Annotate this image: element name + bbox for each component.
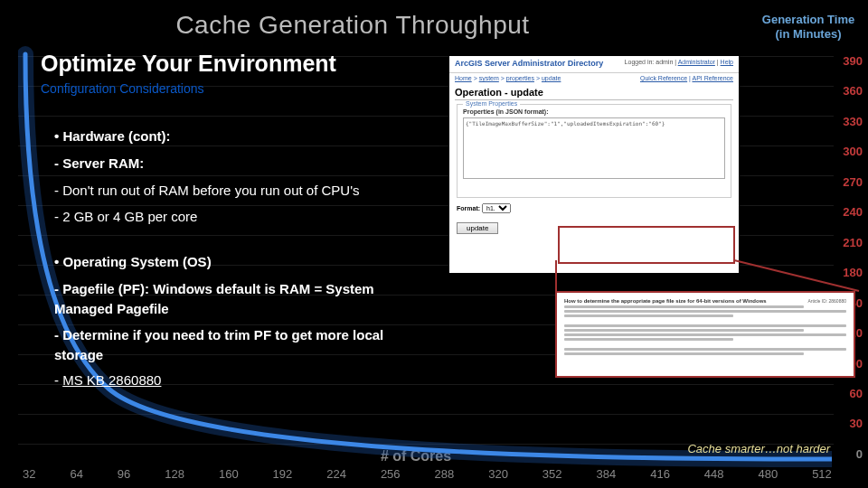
x-tick: 160 xyxy=(219,467,239,481)
kb-article-id: Article ID: 2860880 xyxy=(807,298,846,304)
x-tick: 192 xyxy=(273,467,293,481)
chart-title: Cache Generation Throughput xyxy=(0,11,705,40)
x-tick: 256 xyxy=(381,467,401,481)
svg-line-1 xyxy=(734,260,859,291)
x-tick: 96 xyxy=(118,467,130,481)
admin-operation-title: Operation - update xyxy=(449,83,739,99)
chart-x-axis: 32 64 96 128 160 192 224 256 288 320 352… xyxy=(23,467,832,481)
admin-field-label: Properties (in JSON format): xyxy=(463,108,725,115)
x-tick: 512 xyxy=(812,467,832,481)
y-tick: 60 xyxy=(850,387,863,400)
chart-y-axis: 390 360 330 300 270 240 210 180 150 120 … xyxy=(843,54,863,461)
slide-heading: Optimize Your Environment xyxy=(41,51,336,77)
bullet-ram-2: 2 GB or 4 GB per core xyxy=(54,207,434,227)
bullet-server-ram: Server RAM: Don't run out of RAM before … xyxy=(54,154,434,227)
bullet-pagefile: Pagefile (PF): Windows default is RAM = … xyxy=(54,279,434,319)
admin-format-select[interactable]: h1. xyxy=(482,203,511,213)
bullet-trim-pf: Determine if you need to trim PF to get … xyxy=(54,325,434,389)
slide-subheading: Configuration Considerations xyxy=(41,81,204,96)
admin-format-row: Format: h1. xyxy=(457,203,731,213)
y-tick: 240 xyxy=(843,205,863,219)
x-tick: 64 xyxy=(70,467,82,481)
y-tick: 0 xyxy=(856,447,863,461)
x-tick: 352 xyxy=(542,467,562,481)
x-tick: 128 xyxy=(165,467,184,481)
admin-update-button[interactable]: update xyxy=(457,222,498,234)
y-tick: 360 xyxy=(843,84,863,98)
slide-body: Hardware (cont): Server RAM: Don't run o… xyxy=(54,127,434,407)
x-tick: 384 xyxy=(597,467,617,481)
y-tick: 390 xyxy=(843,54,863,68)
x-tick: 224 xyxy=(326,467,346,481)
admin-section-title: System Properties xyxy=(463,100,520,107)
admin-product-title: ArcGIS Server Administrator Directory xyxy=(455,59,603,68)
x-tick: 32 xyxy=(23,467,35,481)
x-tick: 416 xyxy=(650,467,670,481)
kb-title: How to determine the appropriate page fi… xyxy=(564,298,767,304)
tagline-text: Cache smarter…not harder xyxy=(687,442,830,455)
admin-ref-links: Quick Reference | API Reference xyxy=(640,75,733,81)
y-tick: 30 xyxy=(850,417,863,430)
x-tick: 480 xyxy=(758,467,778,481)
slide-root: Cache Generation Throughput Generation T… xyxy=(0,0,868,488)
bullet-os: Operating System (OS) Pagefile (PF): Win… xyxy=(54,252,434,390)
admin-breadcrumb: Home > system > properties > update xyxy=(455,75,561,81)
kb-article-zoom: How to determine the appropriate page fi… xyxy=(555,291,855,378)
ms-kb-link[interactable]: MS KB 2860880 xyxy=(62,372,161,388)
x-tick: 448 xyxy=(704,467,724,481)
admin-properties-textarea[interactable]: {"TileImageMaxBufferSize":"1","uploadedI… xyxy=(463,117,725,179)
admin-directory-screenshot: ArcGIS Server Administrator Directory Lo… xyxy=(449,56,739,273)
y-tick: 180 xyxy=(843,266,863,279)
y-tick: 330 xyxy=(843,115,863,128)
y-tick: 270 xyxy=(843,175,863,189)
chart-y-title: Generation Time (in Minutes) xyxy=(754,13,863,41)
bullet-hardware: Hardware (cont): Server RAM: Don't run o… xyxy=(54,127,434,227)
x-tick: 288 xyxy=(435,467,455,481)
bullet-ram-1: Don't run out of RAM before you run out … xyxy=(54,181,434,201)
y-tick: 210 xyxy=(843,236,863,249)
y-tick: 300 xyxy=(843,145,863,158)
admin-login-status: Logged in: admin | Administrator | Help xyxy=(625,59,733,68)
x-tick: 320 xyxy=(488,467,508,481)
bullet-kb-link: MS KB 2860880 xyxy=(54,371,434,390)
